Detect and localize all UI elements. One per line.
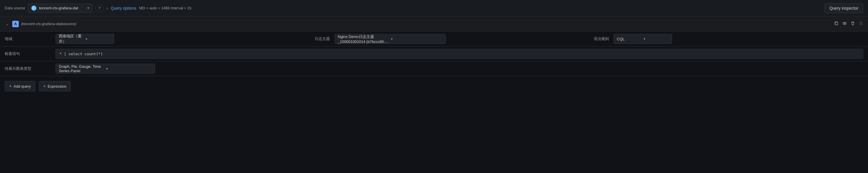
svg-rect-9 — [862, 24, 862, 25]
svg-rect-1 — [835, 22, 838, 25]
query-options-button[interactable]: Query options — [111, 6, 136, 10]
query-body: 地域 西南地区（重庆） ▾ 日志主题 Nginx Demo日志主题_100001… — [0, 32, 868, 76]
query-row-header: ⌄ A (tencent-cls-grafana-datasource) — [0, 16, 868, 32]
syntax-field-content: CQL ▾ — [614, 32, 868, 46]
query-row-actions — [834, 21, 863, 27]
collapse-button[interactable]: ⌄ — [5, 21, 10, 27]
svg-rect-6 — [860, 23, 860, 24]
region-value: 西南地区（重庆） — [59, 34, 84, 44]
add-query-label: Add query — [13, 84, 31, 89]
info-button[interactable]: ? — [95, 4, 103, 12]
datasource-selector[interactable]: tencent-cls-grafana-dat ▾ — [28, 3, 92, 13]
datasource-icon — [31, 5, 36, 11]
field-row-query: 检索语句 — [0, 46, 868, 61]
query-meta: MD = auto = 1488 Interval = 2s — [139, 6, 191, 10]
chart-type-value: Graph, Pie, Gauge, Time Series Panel — [59, 64, 104, 73]
region-field-content: 西南地区（重庆） ▾ — [56, 32, 310, 46]
query-label: 检索语句 — [0, 51, 56, 57]
chart-type-select[interactable]: Graph, Pie, Gauge, Time Series Panel ▾ — [56, 64, 155, 74]
region-label: 地域 — [0, 36, 56, 41]
field-row-region: 地域 西南地区（重庆） ▾ 日志主题 Nginx Demo日志主题_100001… — [0, 32, 868, 46]
chart-caret-icon: ▾ — [106, 67, 152, 71]
syntax-label: 语法规则 — [589, 36, 614, 41]
arrow-icon: › — [106, 6, 108, 10]
svg-rect-5 — [862, 22, 862, 23]
query-inspector-button[interactable]: Query inspector — [825, 3, 863, 13]
top-bar-left: Data source tencent-cls-grafana-dat ▾ ? … — [5, 3, 821, 13]
svg-point-2 — [843, 22, 846, 25]
query-source-name: (tencent-cls-grafana-datasource) — [21, 22, 76, 26]
top-bar: Data source tencent-cls-grafana-dat ▾ ? … — [0, 0, 868, 16]
topic-label: 日志主题 — [310, 36, 335, 41]
topic-field-content: Nginx Demo日志主题_100001001014 (b7bccc80-… … — [335, 32, 589, 46]
chart-label: 待展示图表类型 — [0, 66, 56, 71]
region-caret-icon: ▾ — [86, 37, 111, 41]
datasource-name: tencent-cls-grafana-dat — [39, 6, 78, 10]
add-expression-button[interactable]: + Expression — [39, 81, 71, 92]
eye-icon[interactable] — [842, 21, 847, 27]
topic-select[interactable]: Nginx Demo日志主题_100001001014 (b7bccc80-… … — [335, 34, 446, 44]
svg-point-3 — [844, 23, 845, 24]
query-input[interactable] — [56, 49, 863, 59]
topic-value: Nginx Demo日志主题_100001001014 (b7bccc80-… — [338, 34, 389, 44]
datasource-label: Data source — [5, 6, 25, 10]
svg-rect-8 — [860, 24, 860, 25]
chart-field-content: Graph, Pie, Gauge, Time Series Panel ▾ — [56, 61, 868, 76]
field-row-chart: 待展示图表类型 Graph, Pie, Gauge, Time Series P… — [0, 61, 868, 76]
region-select[interactable]: 西南地区（重庆） ▾ — [56, 34, 114, 44]
chevron-down-icon: ▾ — [88, 6, 89, 10]
add-expression-label: Expression — [48, 84, 66, 89]
bottom-bar: + Add query + Expression — [0, 76, 868, 96]
syntax-select[interactable]: CQL ▾ — [614, 34, 672, 44]
add-query-plus-icon: + — [9, 83, 12, 89]
syntax-caret-icon: ▾ — [644, 37, 669, 41]
query-field-content — [56, 46, 868, 61]
delete-icon[interactable] — [850, 21, 855, 27]
add-expression-plus-icon: + — [43, 83, 46, 89]
svg-rect-4 — [860, 22, 860, 23]
info-icon: ? — [98, 6, 100, 10]
drag-handle-icon[interactable] — [859, 21, 863, 27]
syntax-value: CQL — [617, 37, 642, 41]
duplicate-icon[interactable] — [834, 21, 839, 27]
svg-rect-7 — [862, 23, 862, 24]
add-query-button[interactable]: + Add query — [5, 81, 35, 92]
topic-caret-icon: ▾ — [391, 37, 442, 41]
query-letter: A — [12, 21, 19, 27]
